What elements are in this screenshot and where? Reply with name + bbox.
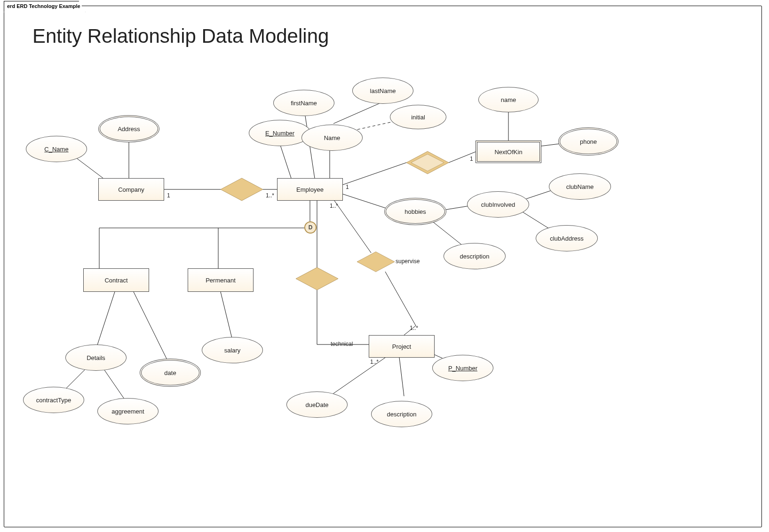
attr-clubaddress[interactable]: clubAddress [536,225,598,251]
svg-line-26 [221,292,232,340]
attr-c-name[interactable]: C_Name [26,136,87,162]
attr-p-number[interactable]: P_Number [432,355,493,381]
svg-line-23 [134,292,169,363]
attr-details[interactable]: Details [65,344,127,371]
diagram-tab: erd ERD Technology Example [4,1,86,12]
relationship-company-employee[interactable] [221,178,263,201]
attr-initial[interactable]: initial [390,105,446,129]
diagram-frame: Entity Relationship Data Modeling Compan… [4,6,762,527]
attr-salary[interactable]: salary [202,337,263,363]
svg-marker-39 [296,267,338,290]
diagram-canvas: erd ERD Technology Example [0,0,769,532]
svg-line-22 [96,292,115,349]
svg-line-31 [385,272,416,326]
attr-text: P_Number [448,365,477,372]
relationship-employee-nextofkin[interactable] [406,151,449,174]
entity-employee[interactable]: Employee [277,178,343,201]
card-project-many-tech: 1..* [370,359,379,365]
svg-marker-38 [411,154,444,171]
card-employee-many: 1..* [266,192,274,199]
relationship-supervise[interactable] [357,250,395,273]
page-title: Entity Relationship Data Modeling [32,25,329,47]
card-employee-many-proj: 1..* [330,203,338,209]
svg-marker-36 [221,178,263,201]
attr-proj-description[interactable]: description [371,401,432,427]
attr-duedate[interactable]: dueDate [286,391,348,418]
attr-hobby-description[interactable]: description [444,243,506,269]
attr-text: E_Number [265,130,294,137]
attr-text: C_Name [44,146,68,153]
attr-firstname[interactable]: firstName [273,90,334,116]
attr-agreement[interactable]: aggreement [97,398,159,424]
entity-permanent[interactable]: Permenant [188,268,254,292]
relationship-technical[interactable] [296,267,338,290]
card-nok-1: 1 [470,156,473,162]
card-company-1: 1 [167,192,170,199]
attr-nok-name[interactable]: name [478,87,539,112]
card-project-many-sup: 1..* [410,325,418,331]
entity-contract[interactable]: Contract [83,268,149,292]
entity-project[interactable]: Project [369,335,435,358]
attr-lastname[interactable]: lastName [352,78,413,104]
svg-line-7 [333,103,381,124]
svg-line-4 [280,144,291,178]
label-supervise: supervise [396,258,420,265]
subtype-discriminator[interactable]: D [304,221,317,234]
attr-address[interactable]: Address [98,115,159,142]
card-employee-1-nok: 1 [346,184,349,190]
svg-line-33 [399,358,404,396]
entity-nextofkin[interactable]: NextOfKin [476,141,541,163]
entity-company[interactable]: Company [98,178,164,201]
svg-line-30 [334,201,371,253]
attr-date[interactable]: date [140,359,201,387]
attr-nok-phone[interactable]: phone [558,127,618,156]
label-technical: technical [331,341,353,347]
svg-line-9 [343,163,406,185]
attr-clubinvolved[interactable]: clubInvolved [467,191,529,218]
attr-contracttype[interactable]: contractType [23,387,84,413]
attr-name[interactable]: Name [301,125,363,151]
attr-clubname[interactable]: clubName [549,173,611,200]
svg-marker-40 [357,252,395,272]
attr-hobbies[interactable]: hobbies [384,198,446,225]
attr-e-number[interactable]: E_Number [249,120,311,146]
